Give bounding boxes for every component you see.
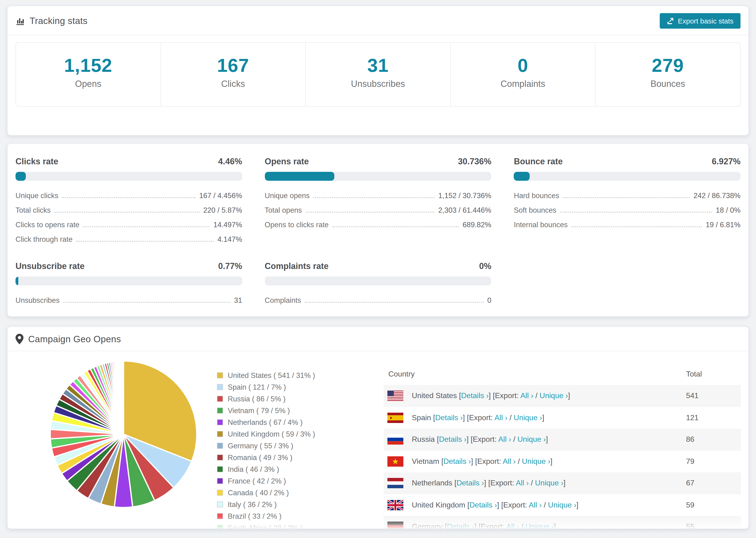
rates-card: Clicks rate4.46%Unique clicks167 / 4.456… <box>7 143 749 317</box>
details-link[interactable]: Details › <box>439 435 466 443</box>
legend-item[interactable]: Brazil ( 33 / 2% ) <box>217 511 384 521</box>
export-basic-stats-button[interactable]: Export basic stats <box>660 13 740 28</box>
pie-slice-other[interactable] <box>123 361 124 434</box>
total-cell: 86 <box>686 435 741 444</box>
legend-swatch <box>217 489 223 496</box>
rate-detail-row: Soft bounces18 / 0% <box>514 203 740 217</box>
geo-card-header: Campaign Geo Opens <box>8 327 748 351</box>
rate-title: Opens rate <box>265 157 309 167</box>
legend-item[interactable]: France ( 42 / 2% ) <box>217 476 384 485</box>
country-name: United Kingdom <box>412 501 465 509</box>
geo-table-header: CountryTotal <box>384 367 741 385</box>
country-name: United States <box>412 392 457 400</box>
rate-detail-value: 167 / 4.456% <box>199 191 242 200</box>
export-all-link[interactable]: All › <box>520 392 533 400</box>
table-row-us: United States [Details ›] [Export: All ›… <box>384 385 741 407</box>
export-all-link[interactable]: All › <box>506 523 519 529</box>
export-unique-link[interactable]: Unique › <box>522 457 550 465</box>
export-unique-link[interactable]: Unique › <box>517 435 546 443</box>
export-all-link[interactable]: All › <box>529 501 542 509</box>
rate-value: 0.77% <box>218 261 242 271</box>
export-unique-link[interactable]: Unique › <box>540 392 568 400</box>
export-unique-link[interactable]: Unique › <box>535 479 564 487</box>
country-cell: United States [Details ›] [Export: All ›… <box>412 392 686 400</box>
page-title: Tracking stats <box>29 16 87 26</box>
export-unique-link[interactable]: Unique › <box>525 523 554 529</box>
rate-detail-label: Complaints <box>265 296 301 304</box>
total-cell: 55 <box>686 523 741 529</box>
export-all-link[interactable]: All › <box>498 435 511 443</box>
details-link[interactable]: Details › <box>447 523 474 529</box>
dotted-leader <box>83 226 210 227</box>
tracking-stats-header: Tracking stats Export basic stats <box>8 6 748 35</box>
legend-item[interactable]: Italy ( 36 / 2% ) <box>217 500 384 509</box>
flag-icon-gb <box>387 500 404 510</box>
legend-item[interactable]: United States ( 541 / 31% ) <box>217 371 384 380</box>
stat-bounces: 279Bounces <box>595 43 740 106</box>
export-all-link[interactable]: All › <box>495 413 507 422</box>
export-unique-link[interactable]: Unique › <box>514 413 542 422</box>
legend-label: France ( 42 / 2% ) <box>228 476 286 485</box>
stat-value: 167 <box>161 55 305 76</box>
country-name: Netherlands <box>412 479 453 487</box>
legend-label: Brazil ( 33 / 2% ) <box>228 511 282 521</box>
rate-detail-row: Click through rate4.147% <box>16 232 242 246</box>
rate-detail-value: 18 / 0% <box>716 206 740 214</box>
total-cell: 67 <box>686 479 741 488</box>
legend-item[interactable]: Spain ( 121 / 7% ) <box>217 383 384 392</box>
export-unique-link[interactable]: Unique › <box>548 501 576 509</box>
legend-swatch <box>217 466 223 472</box>
legend-swatch <box>217 513 223 519</box>
legend-item[interactable]: India ( 46 / 3% ) <box>217 465 384 474</box>
rate-progress-fill <box>265 172 334 181</box>
details-link[interactable]: Details › <box>435 413 463 422</box>
legend-item[interactable]: Canada ( 40 / 2% ) <box>217 488 384 497</box>
details-link[interactable]: Details › <box>469 501 497 509</box>
legend-swatch <box>217 407 223 413</box>
rate-detail-value: 220 / 5.87% <box>203 206 242 214</box>
stat-value: 1,152 <box>16 55 160 76</box>
table-row-es: Spain [Details ›] [Export: All › / Uniqu… <box>384 407 741 429</box>
legend-item[interactable]: Germany ( 55 / 3% ) <box>217 441 384 451</box>
total-cell: 59 <box>686 501 741 510</box>
rate-detail-label: Unique clicks <box>16 191 58 200</box>
legend-item[interactable]: South Africa ( 29 / 2% ) <box>217 523 384 529</box>
country-cell: Russia [Details ›] [Export: All › / Uniq… <box>412 435 686 444</box>
rate-value: 0% <box>479 261 491 271</box>
rate-detail-value: 242 / 86.738% <box>693 191 740 200</box>
flag-icon-es <box>387 413 404 423</box>
rate-progress-fill <box>514 172 530 181</box>
legend-label: South Africa ( 29 / 2% ) <box>228 523 303 529</box>
geo-body: United States ( 541 / 31% )Spain ( 121 /… <box>8 351 748 529</box>
export-all-link[interactable]: All › <box>516 479 529 487</box>
rate-value: 30.736% <box>458 157 491 167</box>
geo-pie-wrap <box>15 351 217 529</box>
legend-label: United Kingdom ( 59 / 3% ) <box>228 430 315 439</box>
details-link[interactable]: Details › <box>461 392 489 400</box>
rate-detail-row: Opens to clicks rate689.82% <box>265 217 491 232</box>
rate-detail-label: Unique opens <box>265 191 309 200</box>
legend-item[interactable]: United Kingdom ( 59 / 3% ) <box>217 430 384 439</box>
legend-item[interactable]: Russia ( 86 / 5% ) <box>217 394 384 404</box>
stat-label: Unsubscribes <box>306 79 450 89</box>
rate-detail-value: 689.82% <box>462 220 491 229</box>
campaign-geo-opens-card: Campaign Geo Opens United States ( 541 /… <box>7 326 749 529</box>
details-link[interactable]: Details › <box>444 457 471 465</box>
rate-progress-bar <box>16 172 242 181</box>
export-label: Export: <box>473 435 497 443</box>
geo-opens-pie-chart[interactable] <box>48 359 199 510</box>
rate-detail-row: Total clicks220 / 5.87% <box>16 203 242 217</box>
flag-icon-nl <box>387 478 404 488</box>
rate-detail-value: 14.497% <box>213 220 242 229</box>
legend-item[interactable]: Vietnam ( 79 / 5% ) <box>217 406 384 415</box>
dotted-leader <box>333 226 459 227</box>
export-all-link[interactable]: All › <box>503 457 515 465</box>
rate-detail-row: Clicks to opens rate14.497% <box>16 217 242 232</box>
legend-label: Vietnam ( 79 / 5% ) <box>228 406 290 415</box>
dotted-leader <box>563 197 690 198</box>
legend-item[interactable]: Netherlands ( 67 / 4% ) <box>217 418 384 427</box>
legend-item[interactable]: Romania ( 49 / 3% ) <box>217 453 384 462</box>
rate-panel-bounce-rate: Bounce rate6.927%Hard bounces242 / 86.73… <box>514 157 740 246</box>
details-link[interactable]: Details › <box>457 479 484 487</box>
rate-detail-value: 4.147% <box>217 235 242 243</box>
